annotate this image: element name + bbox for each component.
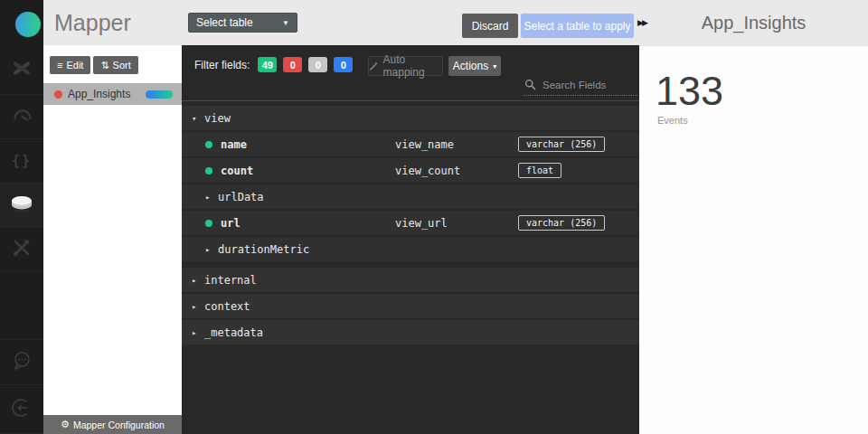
field-label: durationMetric: [218, 243, 309, 256]
search-icon: [524, 79, 536, 90]
filter-count-badge[interactable]: 49: [258, 57, 277, 72]
sidebar-item-dashboard[interactable]: [0, 95, 43, 139]
chevron-right-icon[interactable]: ▸: [205, 193, 218, 202]
apply-label: Select a table to apply: [524, 20, 630, 33]
field-label: internal: [204, 274, 257, 287]
code-icon: {}: [12, 153, 32, 169]
sidebar-item-chat[interactable]: [0, 340, 43, 385]
field-row-name[interactable]: nameview_namevarchar (256): [182, 132, 639, 156]
chevron-down-icon: ▾: [493, 62, 496, 71]
mapped-column-name: view_name: [395, 138, 454, 151]
chevron-right-icon[interactable]: ▸: [192, 328, 204, 337]
filter-count-badge[interactable]: 0: [283, 57, 302, 72]
field-row-count[interactable]: countview_countfloat: [182, 158, 639, 183]
filter-count-badge[interactable]: 0: [334, 57, 353, 72]
field-row-url[interactable]: urlview_urlvarchar (256): [182, 211, 639, 235]
field-group-context[interactable]: ▸context: [182, 294, 639, 318]
mapper-configuration-label: Mapper Configuration: [73, 420, 165, 430]
datatype-badge[interactable]: varchar (256): [518, 215, 605, 231]
chevron-right-icon[interactable]: ▸: [192, 276, 204, 285]
field-label: _metadata: [204, 326, 263, 339]
events-count: 133: [656, 70, 868, 112]
field-label: view: [204, 112, 231, 125]
chevron-right-icon[interactable]: ▸: [205, 245, 218, 254]
mapped-column-name: view_count: [395, 165, 460, 177]
app-title: Mapper: [54, 0, 131, 45]
field-label: context: [204, 300, 250, 313]
hamburger-icon: ≡: [57, 60, 62, 71]
discard-button[interactable]: Discard: [462, 14, 518, 38]
gear-icon: ⚙: [61, 419, 70, 430]
chevron-right-icon[interactable]: ▸: [192, 302, 204, 311]
table-list-item[interactable]: App_Insights: [43, 83, 182, 105]
status-dot-icon: [54, 90, 62, 99]
search-fields-input[interactable]: Search Fields: [523, 74, 637, 96]
select-table-dropdown[interactable]: Select table ▼: [188, 13, 297, 33]
mapping-header: Filter fields: 49000 Auto mapping Action…: [182, 45, 639, 101]
mapped-column-name: view_url: [395, 217, 448, 230]
field-group-_metadata[interactable]: ▸_metadata: [182, 320, 639, 344]
table-name: App_Insights: [68, 88, 130, 100]
mapped-status-dot-icon: [205, 167, 212, 175]
field-group-urlData[interactable]: ▸urlData: [182, 184, 639, 209]
mapper-configuration-button[interactable]: ⚙ Mapper Configuration: [43, 415, 182, 434]
datatype-badge[interactable]: float: [518, 163, 561, 178]
mapping-progress-pill: [146, 90, 173, 99]
sidebar-item-logout[interactable]: [0, 385, 43, 434]
filter-row: Filter fields: 49000: [194, 57, 353, 72]
sidebar-item-pipeline[interactable]: [0, 45, 43, 95]
tools-icon: [10, 236, 33, 263]
events-label: Events: [657, 115, 868, 126]
group-gap: [182, 263, 639, 266]
chevron-down-icon: ▼: [282, 19, 289, 27]
filter-count-badge[interactable]: 0: [308, 57, 327, 72]
chevron-down-icon[interactable]: ▾: [192, 114, 204, 123]
tables-toolbar: ≡ Edit ⇅ Sort: [50, 56, 138, 74]
sidebar-item-tools[interactable]: [0, 228, 43, 272]
discard-label: Discard: [472, 20, 509, 33]
magic-wand-icon: [369, 61, 379, 71]
field-tree: ▾viewnameview_namevarchar (256)countview…: [182, 101, 639, 344]
chat-icon: [10, 349, 33, 376]
field-group-internal[interactable]: ▸internal: [182, 268, 639, 292]
icon-sidebar: {}: [0, 45, 43, 434]
mapper-icon: [10, 194, 33, 216]
sidebar-item-code[interactable]: {}: [0, 139, 43, 184]
sidebar-item-mapper[interactable]: [0, 184, 43, 228]
auto-mapping-label: Auto mapping: [383, 53, 442, 79]
pipeline-icon: [10, 56, 33, 83]
sidebar-spacer: [0, 272, 43, 340]
select-table-label: Select table: [196, 16, 253, 29]
mapping-panel: Filter fields: 49000 Auto mapping Action…: [182, 45, 639, 434]
events-panel: 133 Events: [639, 45, 868, 434]
current-table-title: App_Insights: [639, 0, 868, 45]
edit-button[interactable]: ≡ Edit: [50, 56, 90, 74]
field-label: urlData: [218, 191, 264, 203]
field-group-view[interactable]: ▾view: [182, 106, 639, 130]
mapped-status-dot-icon: [205, 220, 212, 227]
sort-label: Sort: [113, 60, 131, 71]
field-label: url: [221, 217, 241, 230]
tables-panel: ≡ Edit ⇅ Sort App_Insights ⚙ Mapper Conf…: [43, 45, 182, 434]
field-label: count: [221, 165, 253, 177]
mapped-status-dot-icon: [205, 141, 212, 148]
sort-arrows-icon: ⇅: [100, 60, 108, 71]
actions-button[interactable]: Actions ▾: [448, 56, 501, 76]
apply-table-button[interactable]: Select a table to apply: [521, 14, 634, 38]
filter-badges: 49000: [258, 57, 353, 72]
field-group-durationMetric[interactable]: ▸durationMetric: [182, 237, 639, 261]
app-logo-icon[interactable]: [15, 12, 41, 37]
field-label: name: [221, 138, 247, 151]
logo-corner: [0, 0, 43, 45]
sort-button[interactable]: ⇅ Sort: [93, 56, 137, 74]
search-placeholder: Search Fields: [542, 80, 606, 90]
filter-fields-label: Filter fields:: [194, 59, 250, 71]
top-bar: Mapper Select table ▼ Discard Select a t…: [0, 0, 868, 45]
auto-mapping-button[interactable]: Auto mapping: [368, 56, 443, 76]
dashboard-icon: [10, 103, 33, 130]
edit-label: Edit: [66, 60, 83, 71]
logout-icon: [10, 396, 33, 423]
actions-label: Actions: [453, 60, 488, 72]
datatype-badge[interactable]: varchar (256): [518, 137, 605, 152]
